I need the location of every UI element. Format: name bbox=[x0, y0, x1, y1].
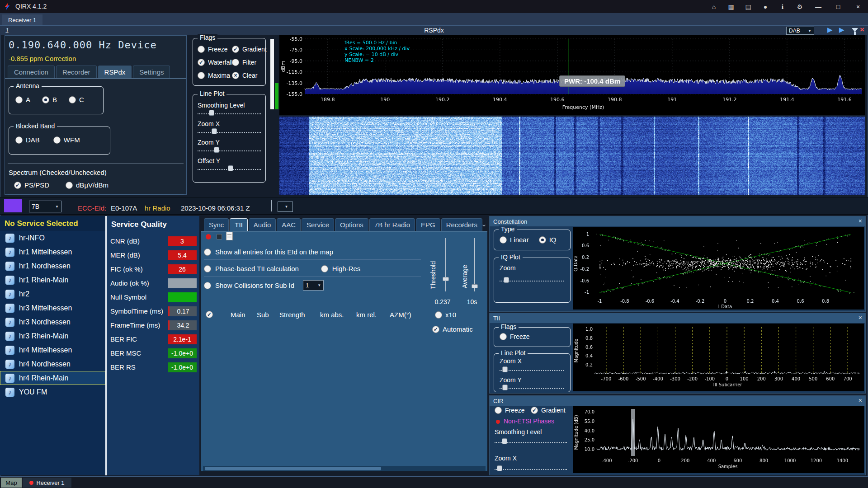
stop-icon[interactable] bbox=[217, 234, 222, 239]
subid-select[interactable]: 1▼ bbox=[303, 280, 324, 291]
tab-7b-hr-radio[interactable]: 7B hr Radio bbox=[369, 218, 415, 231]
horizontal-scrollbar[interactable] bbox=[203, 466, 486, 471]
slider-thumb[interactable] bbox=[214, 147, 219, 153]
smoothing-level-slider[interactable] bbox=[198, 109, 261, 116]
play-icon[interactable]: ▶ bbox=[827, 26, 833, 34]
service-item[interactable]: ♪hr1 Nordhessen bbox=[0, 259, 105, 273]
blocked-band-option-wfm[interactable]: WFM bbox=[53, 136, 80, 144]
radio-icon[interactable] bbox=[69, 96, 76, 103]
document-icon[interactable] bbox=[226, 232, 233, 240]
receiver-close-icon[interactable]: × bbox=[860, 25, 864, 34]
tii-option-row[interactable]: Phase-based TII calculation High-Res bbox=[204, 261, 421, 277]
device-tab-rspdx[interactable]: RSPdx bbox=[98, 66, 132, 78]
device-tab-recorder[interactable]: Recorder bbox=[56, 66, 97, 78]
checkbox-icon[interactable]: ✓ bbox=[232, 46, 239, 53]
flag-option-filter[interactable]: Filter bbox=[232, 59, 268, 66]
info-icon[interactable]: ℹ bbox=[774, 0, 791, 13]
radio-icon[interactable] bbox=[500, 236, 507, 244]
zoom-x-slider[interactable] bbox=[198, 127, 261, 135]
slider-thumb[interactable] bbox=[472, 284, 478, 288]
cir-zoomx-slider[interactable] bbox=[495, 465, 567, 472]
cir-freeze-option[interactable]: Freeze bbox=[495, 407, 525, 414]
tii-option-row[interactable]: Show Collisions for Sub Id 1▼ bbox=[204, 278, 421, 293]
slider-thumb[interactable] bbox=[504, 277, 509, 283]
maximize-button[interactable]: □ bbox=[828, 0, 848, 13]
tab-aac[interactable]: AAC bbox=[277, 218, 301, 231]
service-item[interactable]: ♪hr2 bbox=[0, 287, 105, 301]
checkbox-icon[interactable] bbox=[204, 282, 211, 289]
checkbox-icon[interactable] bbox=[204, 265, 211, 272]
service-item[interactable]: ♪hr3 Nordhessen bbox=[0, 315, 105, 329]
type-linear-option[interactable]: Linear bbox=[500, 236, 529, 244]
spectrum-plot[interactable] bbox=[279, 35, 865, 115]
tii-freeze-option[interactable]: Freeze bbox=[500, 333, 530, 340]
service-item[interactable]: ♪hr1 Mittelhessen bbox=[0, 245, 105, 259]
checkbox-icon[interactable]: ✓ bbox=[198, 59, 205, 66]
tab-map[interactable]: Map bbox=[1, 478, 22, 488]
automatic-option[interactable]: ✓ Automatic bbox=[432, 325, 473, 333]
slider-thumb[interactable] bbox=[502, 385, 508, 390]
blocked-band-option-dab[interactable]: DAB bbox=[15, 136, 40, 144]
radio-icon[interactable] bbox=[42, 96, 49, 103]
tii-option-row[interactable]: Show all entries for this EId on the map bbox=[204, 244, 421, 260]
close-icon[interactable]: × bbox=[859, 314, 862, 321]
service-item[interactable]: ♪hr-iNFO bbox=[0, 231, 105, 245]
flag-option-freeze[interactable]: Freeze bbox=[198, 46, 232, 53]
service-item[interactable]: ♪hr4 Rhein-Main bbox=[0, 371, 105, 385]
antenna-option-c[interactable]: C bbox=[69, 96, 84, 103]
minimize-button[interactable]: — bbox=[808, 0, 828, 13]
flag-option-gradient[interactable]: ✓Gradient bbox=[232, 46, 268, 53]
spectrum-option-ps-psd[interactable]: ✓PS/PSD bbox=[14, 181, 49, 189]
channel-select[interactable]: 7B▼ bbox=[29, 201, 61, 212]
x10-option[interactable]: x10 bbox=[435, 311, 456, 319]
slider-thumb[interactable] bbox=[502, 366, 508, 372]
checkbox-icon[interactable] bbox=[198, 46, 205, 53]
tab-sync[interactable]: Sync bbox=[204, 218, 229, 231]
tab-receiver-1[interactable]: Receiver 1 bbox=[23, 478, 71, 488]
mode-select[interactable]: DAB▼ bbox=[786, 27, 814, 35]
tab-tii[interactable]: TII bbox=[230, 218, 248, 231]
slider-thumb[interactable] bbox=[209, 110, 214, 116]
checkbox-icon[interactable] bbox=[321, 265, 328, 272]
checkbox-icon[interactable] bbox=[198, 72, 205, 79]
radio-icon[interactable] bbox=[15, 96, 23, 103]
checkbox-icon[interactable]: ✓ bbox=[432, 326, 439, 333]
service-item[interactable]: ♪hr4 Mittelhessen bbox=[0, 343, 105, 357]
service-item[interactable]: ♪hr1 Rhein-Main bbox=[0, 273, 105, 287]
radio-icon[interactable] bbox=[15, 136, 23, 144]
radio-icon[interactable] bbox=[53, 136, 61, 144]
settings-icon[interactable]: ⚙ bbox=[791, 0, 808, 13]
flag-option-waterfall[interactable]: ✓Waterfall bbox=[198, 59, 232, 66]
waterfall-display[interactable] bbox=[279, 117, 865, 195]
slider-thumb[interactable] bbox=[502, 438, 507, 444]
close-icon[interactable]: × bbox=[859, 397, 862, 404]
tab-epg[interactable]: EPG bbox=[416, 218, 440, 231]
flag-option-clear[interactable]: ×Clear bbox=[232, 72, 268, 79]
checkbox-icon[interactable]: × bbox=[232, 72, 239, 79]
service-item[interactable]: ♪hr3 Rhein-Main bbox=[0, 329, 105, 343]
service-item[interactable]: ♪hr3 Mittelhessen bbox=[0, 301, 105, 315]
checkbox-icon[interactable]: ✓ bbox=[14, 182, 21, 189]
slider-thumb[interactable] bbox=[212, 128, 217, 134]
offset-y-slider[interactable] bbox=[198, 164, 261, 172]
cir-smoothing-slider[interactable] bbox=[495, 437, 567, 445]
book-icon[interactable]: ▤ bbox=[740, 0, 757, 13]
cir-gradient-option[interactable]: ✓Gradient bbox=[531, 407, 566, 414]
checkbox-icon[interactable] bbox=[66, 182, 73, 189]
filter-icon[interactable] bbox=[852, 28, 858, 32]
radio-icon[interactable] bbox=[435, 311, 442, 319]
tab-audio[interactable]: Audio bbox=[249, 218, 276, 231]
device-tab-settings[interactable]: Settings bbox=[133, 66, 170, 78]
home-icon[interactable]: ⌂ bbox=[705, 0, 722, 13]
close-button[interactable]: × bbox=[848, 0, 868, 13]
tii-zoomx-slider[interactable] bbox=[500, 366, 564, 373]
radio-icon[interactable] bbox=[539, 236, 546, 244]
network-icon[interactable]: ● bbox=[757, 0, 774, 13]
average-slider[interactable] bbox=[471, 238, 478, 291]
tab-scroll-arrows[interactable]: ‹ › ⌄ bbox=[462, 220, 490, 228]
tab-options[interactable]: Options bbox=[335, 218, 368, 231]
checkbox-icon[interactable] bbox=[204, 249, 211, 256]
tab-service[interactable]: Service bbox=[302, 218, 334, 231]
record-icon[interactable] bbox=[206, 234, 211, 239]
service-item[interactable]: ♪hr4 Nordhessen bbox=[0, 357, 105, 371]
